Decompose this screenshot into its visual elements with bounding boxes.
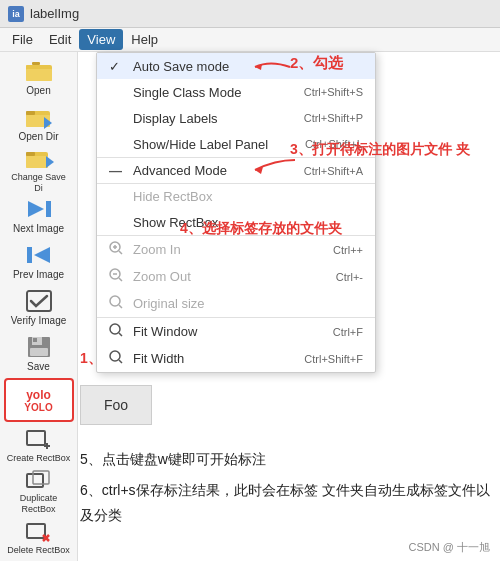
zoom-out-label: Zoom Out: [133, 269, 328, 284]
svg-rect-21: [27, 431, 45, 445]
verify-image-label: Verify Image: [11, 315, 67, 327]
duplicate-rectbox-icon: [23, 469, 55, 491]
menu-fit-window[interactable]: Fit Window Ctrl+F: [97, 317, 375, 345]
menu-edit[interactable]: Edit: [41, 29, 79, 50]
svg-point-38: [110, 324, 120, 334]
step3-annotation: 3、打开待标注的图片文件 夹: [290, 140, 470, 160]
create-rectbox-icon: [23, 429, 55, 451]
display-labels-label: Display Labels: [133, 111, 296, 126]
verify-image-icon: [23, 289, 55, 313]
svg-line-41: [119, 360, 122, 363]
svg-rect-10: [26, 152, 35, 156]
display-labels-shortcut: Ctrl+Shift+P: [304, 112, 363, 124]
create-rectbox-button[interactable]: Create RectBox: [4, 424, 74, 468]
single-class-label: Single Class Mode: [133, 85, 296, 100]
menu-advanced-mode[interactable]: — Advanced Mode Ctrl+Shift+A: [97, 157, 375, 183]
duplicate-rectbox-button[interactable]: Duplicate RectBox: [4, 470, 74, 514]
delete-rectbox-label: Delete RectBox: [7, 545, 70, 556]
svg-rect-24: [27, 474, 43, 487]
svg-rect-13: [46, 201, 51, 217]
svg-rect-15: [27, 247, 32, 263]
foo-label: Foo: [104, 397, 128, 413]
fit-window-label: Fit Window: [133, 324, 325, 339]
menu-single-class[interactable]: Single Class Mode Ctrl+Shift+S: [97, 79, 375, 105]
menu-file[interactable]: File: [4, 29, 41, 50]
delete-rectbox-button[interactable]: Delete RectBox: [4, 516, 74, 560]
original-size-icon: [109, 295, 125, 312]
step5-text: 5、点击键盘w键即可开始标注: [80, 447, 500, 472]
save-label: Save: [27, 361, 50, 373]
change-save-dir-button[interactable]: Change Save Di: [4, 148, 74, 192]
single-class-shortcut: Ctrl+Shift+S: [304, 86, 363, 98]
open-dir-icon: [23, 105, 55, 129]
menu-bar: File Edit View Help: [0, 28, 500, 52]
menu-display-labels[interactable]: Display Labels Ctrl+Shift+P: [97, 105, 375, 131]
svg-point-40: [110, 351, 120, 361]
step2-annotation: 2、勾选: [290, 54, 343, 73]
yolo-label: yolo: [26, 388, 51, 402]
open-label: Open: [26, 85, 50, 97]
svg-rect-25: [33, 471, 49, 484]
delete-rectbox-icon: [23, 521, 55, 543]
menu-fit-width[interactable]: Fit Width Ctrl+Shift+F: [97, 345, 375, 372]
title-bar: ia labelImg: [0, 0, 500, 28]
duplicate-rectbox-label: Duplicate RectBox: [7, 493, 71, 515]
hide-rectbox-label: Hide RectBox: [133, 189, 355, 204]
original-size-label: Original size: [133, 296, 355, 311]
svg-rect-1: [26, 69, 52, 81]
dash-icon: —: [109, 163, 125, 178]
yolo-button[interactable]: yolo YOLO: [4, 378, 74, 422]
menu-original-size[interactable]: Original size: [97, 290, 375, 317]
menu-view[interactable]: View: [79, 29, 123, 50]
prev-image-button[interactable]: Prev Image: [4, 240, 74, 284]
zoom-in-shortcut: Ctrl++: [333, 244, 363, 256]
step3-arrow: [245, 155, 300, 180]
fit-window-shortcut: Ctrl+F: [333, 326, 363, 338]
svg-marker-11: [46, 156, 54, 168]
step4-annotation: 4、选择标签存放的文件夹: [180, 220, 342, 238]
check-icon: ✓: [109, 59, 125, 74]
view-dropdown-menu: ✓ Auto Save mode Single Class Mode Ctrl+…: [96, 52, 376, 373]
step6-text: 6、ctrl+s保存标注结果，此时会在标签 文件夹自动生成标签文件以及分类: [80, 478, 500, 528]
app-title: labelImg: [30, 6, 79, 21]
svg-rect-9: [26, 156, 48, 168]
menu-zoom-in[interactable]: Zoom In Ctrl++: [97, 235, 375, 263]
svg-marker-14: [34, 247, 50, 263]
step2-arrow: [250, 58, 295, 79]
next-image-label: Next Image: [13, 223, 64, 235]
app-icon: ia: [8, 6, 24, 22]
fit-width-label: Fit Width: [133, 351, 296, 366]
toolbar: Open Open Dir: [0, 52, 78, 561]
yolo-sublabel: YOLO: [24, 402, 52, 413]
next-image-icon: [23, 197, 55, 221]
change-save-dir-label: Change Save Di: [7, 172, 71, 194]
prev-image-label: Prev Image: [13, 269, 64, 281]
svg-line-39: [119, 333, 122, 336]
show-hide-panel-label: Show/Hide Label Panel: [133, 137, 297, 152]
change-save-dir-icon: [23, 146, 55, 170]
next-image-button[interactable]: Next Image: [4, 194, 74, 238]
svg-rect-20: [33, 338, 37, 342]
open-button[interactable]: Open: [4, 56, 74, 100]
menu-help[interactable]: Help: [123, 29, 166, 50]
menu-zoom-out[interactable]: Zoom Out Ctrl+-: [97, 263, 375, 290]
zoom-out-icon: [109, 268, 125, 285]
fit-width-icon: [109, 350, 125, 367]
svg-line-30: [119, 251, 122, 254]
foo-area: Foo: [80, 385, 152, 425]
zoom-in-icon: [109, 241, 125, 258]
zoom-in-label: Zoom In: [133, 242, 325, 257]
open-dir-label: Open Dir: [18, 131, 58, 143]
fit-window-icon: [109, 323, 125, 340]
step5-annotation: 5、点击键盘w键即可开始标注 6、ctrl+s保存标注结果，此时会在标签 文件夹…: [80, 447, 500, 529]
open-dir-button[interactable]: Open Dir: [4, 102, 74, 146]
menu-hide-rectbox[interactable]: Hide RectBox: [97, 183, 375, 209]
svg-line-37: [119, 305, 122, 308]
svg-rect-2: [26, 65, 36, 69]
svg-line-34: [119, 278, 122, 281]
verify-image-button[interactable]: Verify Image: [4, 286, 74, 330]
advanced-mode-shortcut: Ctrl+Shift+A: [304, 165, 363, 177]
save-button[interactable]: Save: [4, 332, 74, 376]
svg-point-36: [110, 296, 120, 306]
svg-rect-3: [32, 62, 40, 65]
